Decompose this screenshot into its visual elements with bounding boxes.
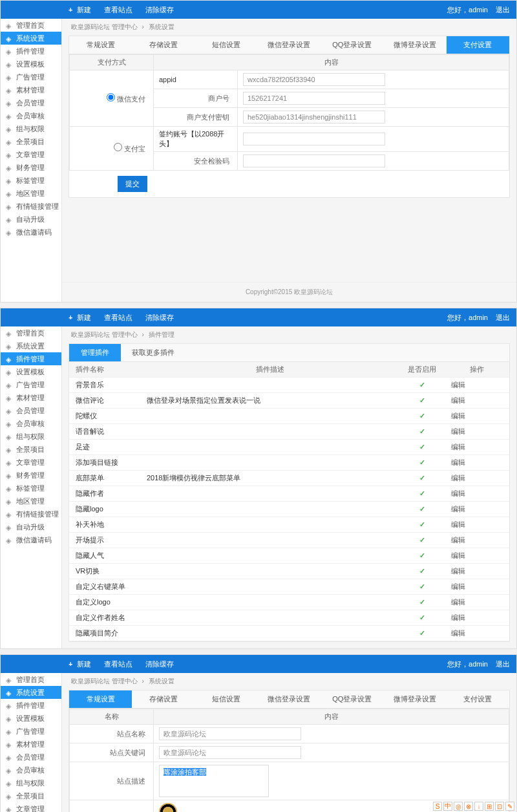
tab[interactable]: 短信设置 <box>195 36 258 54</box>
edit-link[interactable]: 编辑 <box>451 443 465 451</box>
sidebar-item[interactable]: ◈文章管理 <box>1 802 61 812</box>
sidebar-item[interactable]: ◈地区管理 <box>1 495 61 508</box>
sidebar-item[interactable]: ◈会员管理 <box>1 751 61 764</box>
sidebar-item[interactable]: ◈文章管理 <box>1 148 61 161</box>
edit-link[interactable]: 编辑 <box>451 381 465 389</box>
sidebar-item[interactable]: ◈微信邀请码 <box>1 226 61 239</box>
sidebar-item[interactable]: ◈系统设置 <box>1 686 61 699</box>
sitename-input[interactable] <box>159 727 301 740</box>
submit-button[interactable]: 提交 <box>118 176 147 192</box>
tab[interactable]: 支付设置 <box>447 690 509 708</box>
new-button[interactable]: 新建 <box>69 313 91 323</box>
edit-link[interactable]: 编辑 <box>451 629 465 637</box>
sidebar-item[interactable]: ◈会员审核 <box>1 109 61 122</box>
sidebar-item[interactable]: ◈素材管理 <box>1 83 61 96</box>
sidebar-item[interactable]: ◈文章管理 <box>1 456 61 469</box>
sidebar-item[interactable]: ◈插件管理 <box>1 699 61 712</box>
view-site-button[interactable]: 查看站点 <box>104 5 132 15</box>
view-site-button[interactable]: 查看站点 <box>104 313 132 323</box>
sidebar-item[interactable]: ◈自动升级 <box>1 213 61 226</box>
sidebar-item[interactable]: ◈插件管理 <box>1 352 61 365</box>
sidebar-item[interactable]: ◈全景项目 <box>1 789 61 802</box>
sidebar-item[interactable]: ◈管理首页 <box>1 326 61 339</box>
ime-icon[interactable]: 中 <box>443 802 452 811</box>
ime-icon[interactable]: ⊞ <box>485 802 494 811</box>
sidebar-item[interactable]: ◈组与权限 <box>1 776 61 789</box>
tab[interactable]: 微信登录设置 <box>258 690 321 708</box>
logout-button[interactable]: 退出 <box>496 5 510 15</box>
sidebar-item[interactable]: ◈标签管理 <box>1 482 61 495</box>
sidebar-item[interactable]: ◈有情链接管理 <box>1 200 61 213</box>
tab[interactable]: 常规设置 <box>69 690 132 708</box>
sidebar-item[interactable]: ◈组与权限 <box>1 122 61 135</box>
view-site-button[interactable]: 查看站点 <box>104 659 132 669</box>
tab[interactable]: 短信设置 <box>195 690 258 708</box>
sidebar-item[interactable]: ◈会员审核 <box>1 764 61 776</box>
ime-icon[interactable]: ⊡ <box>495 802 504 811</box>
sidebar-item[interactable]: ◈素材管理 <box>1 391 61 404</box>
edit-link[interactable]: 编辑 <box>451 458 465 466</box>
sidebar-item[interactable]: ◈地区管理 <box>1 187 61 200</box>
desc-textarea[interactable]: 喀涂涂拍客部 <box>159 765 269 797</box>
mchid-input[interactable] <box>243 92 385 105</box>
logout-button[interactable]: 退出 <box>496 659 510 669</box>
tab-get-plugins[interactable]: 获取更多插件 <box>121 344 185 361</box>
sidebar-item[interactable]: ◈系统设置 <box>1 339 61 352</box>
sidebar-item[interactable]: ◈有情链接管理 <box>1 508 61 520</box>
tab[interactable]: 微信登录设置 <box>258 36 321 54</box>
tab[interactable]: 存储设置 <box>132 690 195 708</box>
alipay-radio[interactable] <box>114 143 122 151</box>
edit-link[interactable]: 编辑 <box>451 614 465 621</box>
clear-cache-button[interactable]: 清除缓存 <box>145 5 174 15</box>
sidebar-item[interactable]: ◈广告管理 <box>1 725 61 738</box>
sidebar-item[interactable]: ◈标签管理 <box>1 174 61 187</box>
keywords-input[interactable] <box>159 746 301 759</box>
edit-link[interactable]: 编辑 <box>451 582 465 590</box>
sidebar-item[interactable]: ◈自动升级 <box>1 520 61 533</box>
new-button[interactable]: 新建 <box>69 5 91 15</box>
edit-link[interactable]: 编辑 <box>451 427 465 435</box>
ime-icon[interactable]: ◎ <box>454 802 463 811</box>
ime-icon[interactable]: ✎ <box>505 802 514 811</box>
edit-link[interactable]: 编辑 <box>451 567 465 575</box>
tab[interactable]: 存储设置 <box>132 36 195 54</box>
partner-input[interactable] <box>243 133 385 145</box>
wechat-pay-radio[interactable] <box>107 93 115 102</box>
tab[interactable]: 支付设置 <box>447 36 509 54</box>
sidebar-item[interactable]: ◈设置模板 <box>1 365 61 378</box>
sidebar-item[interactable]: ◈会员管理 <box>1 404 61 417</box>
tab[interactable]: 常规设置 <box>69 36 132 54</box>
seccode-input[interactable] <box>243 155 385 167</box>
sidebar-item[interactable]: ◈广告管理 <box>1 70 61 83</box>
edit-link[interactable]: 编辑 <box>451 598 465 606</box>
sidebar-item[interactable]: ◈会员管理 <box>1 96 61 109</box>
new-button[interactable]: 新建 <box>69 659 91 669</box>
edit-link[interactable]: 编辑 <box>451 536 465 544</box>
sidebar-item[interactable]: ◈系统设置 <box>1 32 61 45</box>
sidebar-item[interactable]: ◈微信邀请码 <box>1 533 61 546</box>
sidebar-item[interactable]: ◈管理首页 <box>1 19 61 32</box>
edit-link[interactable]: 编辑 <box>451 489 465 497</box>
ime-icon[interactable]: S <box>433 802 442 811</box>
clear-cache-button[interactable]: 清除缓存 <box>145 659 174 669</box>
sidebar-item[interactable]: ◈全景项目 <box>1 135 61 148</box>
sidebar-item[interactable]: ◈管理首页 <box>1 673 61 686</box>
sidebar-item[interactable]: ◈财务管理 <box>1 469 61 482</box>
ime-icon[interactable]: ↓ <box>474 802 483 811</box>
sidebar-item[interactable]: ◈素材管理 <box>1 738 61 751</box>
sidebar-item[interactable]: ◈广告管理 <box>1 378 61 391</box>
edit-link[interactable]: 编辑 <box>451 505 465 513</box>
ime-icon[interactable]: ⊗ <box>464 802 473 811</box>
sidebar-item[interactable]: ◈全景项目 <box>1 443 61 456</box>
sidebar-item[interactable]: ◈财务管理 <box>1 161 61 174</box>
sidebar-item[interactable]: ◈组与权限 <box>1 430 61 443</box>
tab[interactable]: 微博登录设置 <box>383 690 446 708</box>
edit-link[interactable]: 编辑 <box>451 412 465 420</box>
tab-manage-plugins[interactable]: 管理插件 <box>69 344 121 361</box>
sidebar-item[interactable]: ◈设置模板 <box>1 712 61 725</box>
mchkey-input[interactable] <box>243 111 385 123</box>
clear-cache-button[interactable]: 清除缓存 <box>145 313 174 323</box>
edit-link[interactable]: 编辑 <box>451 474 465 482</box>
appid-input[interactable] <box>243 73 385 86</box>
tab[interactable]: 微博登录设置 <box>383 36 446 54</box>
